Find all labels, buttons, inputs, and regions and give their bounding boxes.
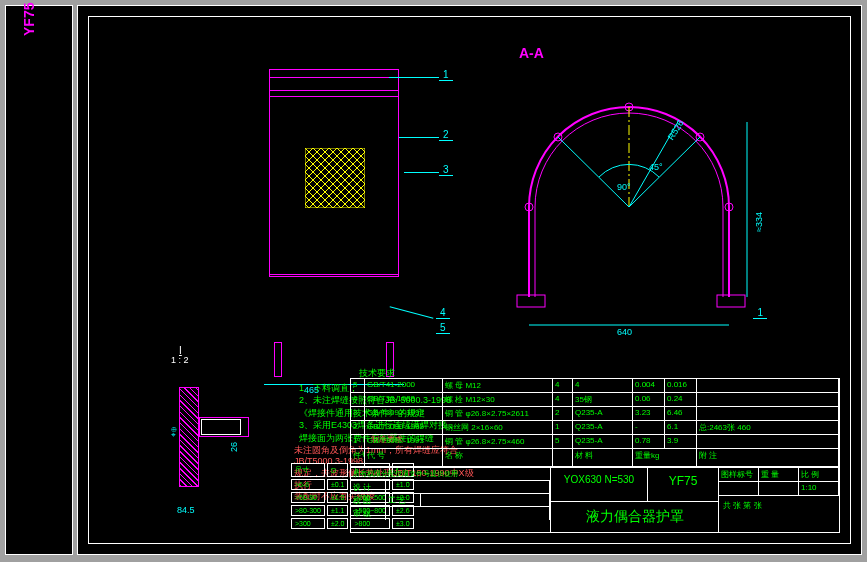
callout-1b: 1: [753, 307, 767, 319]
title-block: 5GB/T41-2000螺 母 M12440.0040.016 4GB/T33-…: [350, 378, 840, 533]
dim-45deg: 45°: [649, 162, 663, 172]
drawing-frame: A-A 465 1 2 3 4 5: [88, 16, 851, 544]
svg-line-12: [629, 137, 700, 207]
callout-1: 1: [439, 69, 453, 81]
callout-3: 3: [439, 164, 453, 176]
dim-sym: ⌖⊕: [169, 427, 179, 437]
dim-26: 26: [229, 442, 239, 452]
drawing-title: 液力偶合器护罩: [551, 502, 718, 532]
dim-334: ≈334: [754, 212, 764, 232]
bom-header: 件号代 号名 称材 料重量kg附 注: [351, 449, 839, 467]
svg-rect-15: [717, 295, 745, 307]
front-elevation-view: 465: [249, 77, 409, 337]
callout-5: 5: [436, 322, 450, 334]
section-a-a-view: 90° 45° R526 640 ≈334 1: [499, 67, 759, 347]
bom-row: 2GB/T3090-1998钢丝网 2×16×601Q235-A-6.1总:24…: [351, 421, 839, 435]
dim-84: 84.5: [177, 505, 195, 515]
scale-block: 图样标号重 量比 例 1:10 共 张 第 张: [719, 468, 839, 532]
callout-2: 2: [439, 129, 453, 141]
wire-mesh: [305, 148, 365, 208]
detail-view-I: I 1 : 2 ⌖⊕ 84.5 26: [129, 367, 279, 517]
signature-block: 所有权限分配仅限文件号提供使用 设 计 校 图工 艺 审 核: [351, 468, 551, 532]
drawing-code-vertical: YF75: [21, 3, 37, 36]
bom-row: 5GB/T41-2000螺 母 M12440.0040.016: [351, 379, 839, 393]
dim-640: 640: [617, 327, 632, 337]
section-label: A-A: [519, 45, 544, 61]
drawing-number: YF75: [648, 468, 718, 501]
bom-row: 3GB/T3092-1993铜 管 φ26.8×2.75×26112Q235-A…: [351, 407, 839, 421]
callout-4: 4: [436, 307, 450, 319]
svg-rect-0: [305, 148, 365, 208]
product-code: YOX630 N=530: [551, 468, 648, 501]
cabinet-outline: [269, 77, 399, 277]
svg-rect-14: [517, 295, 545, 307]
detail-scale: 1 : 2: [171, 355, 189, 365]
bom-row: 1GB/T3092-1993铜 管 φ26.8×2.75×4605Q235-A0…: [351, 435, 839, 449]
bom-row: 4GB/T33-1988螺 栓 M12×30435钢0.060.24: [351, 393, 839, 407]
dim-90deg: 90°: [617, 182, 631, 192]
svg-line-11: [558, 137, 629, 207]
drawing-sheet: A-A 465 1 2 3 4 5: [77, 5, 862, 555]
